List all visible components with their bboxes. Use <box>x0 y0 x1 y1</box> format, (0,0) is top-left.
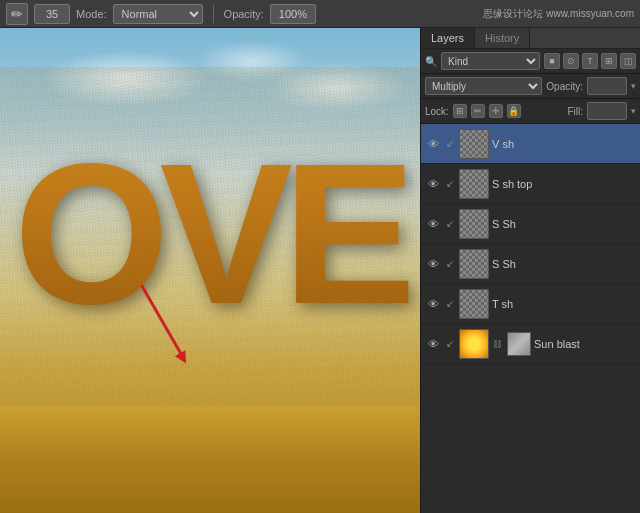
layer-thumbnail <box>459 129 489 159</box>
layer-link-icon: ↙ <box>444 338 456 350</box>
layers-list: 👁 ↙ V sh 👁 ↙ S sh top 👁 ↙ S Sh � <box>421 124 640 513</box>
layer-name: T sh <box>492 298 636 310</box>
layer-thumbnail <box>459 249 489 279</box>
layer-visibility-icon[interactable]: 👁 <box>425 336 441 352</box>
main-area: OVE Layers History 🔍 Kind ■ ⊙ T ⊞ ◫ <box>0 28 640 513</box>
blend-opacity-row: Multiply Opacity: 100% ▾ <box>421 74 640 99</box>
layer-thumbnail-image <box>459 329 489 359</box>
fill-input[interactable]: 100% <box>587 102 627 120</box>
lock-label: Lock: <box>425 106 449 117</box>
layer-visibility-icon[interactable]: 👁 <box>425 296 441 312</box>
lock-all-icon[interactable]: 🔒 <box>507 104 521 118</box>
layer-thumbnail <box>459 209 489 239</box>
layer-link-icon: ↙ <box>444 258 456 270</box>
fill-label: Fill: <box>567 106 583 117</box>
layer-thumbnail <box>459 289 489 319</box>
filter-icons: ■ ⊙ T ⊞ ◫ <box>544 53 636 69</box>
layer-row[interactable]: 👁 ↙ T sh <box>421 284 640 324</box>
lock-transparency-icon[interactable]: ⊞ <box>453 104 467 118</box>
layer-name: V sh <box>492 138 636 150</box>
kind-dropdown[interactable]: Kind <box>441 52 540 70</box>
layer-row[interactable]: 👁 ↙ ⛓ Sun blast <box>421 324 640 364</box>
canvas-area[interactable]: OVE <box>0 28 420 513</box>
opacity-label: Opacity: <box>224 8 264 20</box>
fill-arrow[interactable]: ▾ <box>631 106 636 116</box>
lock-paint-icon[interactable]: ✏ <box>471 104 485 118</box>
layer-row[interactable]: 👁 ↙ S Sh <box>421 244 640 284</box>
opacity-input[interactable]: 100% <box>270 4 316 24</box>
mode-label: Mode: <box>76 8 107 20</box>
layer-row[interactable]: 👁 ↙ V sh <box>421 124 640 164</box>
layer-name: S Sh <box>492 258 636 270</box>
layer-link-icon: ↙ <box>444 178 456 190</box>
layer-name: S Sh <box>492 218 636 230</box>
opacity-arrow[interactable]: ▾ <box>631 81 636 91</box>
layer-chain-icon: ⛓ <box>492 336 502 352</box>
brand-text: 思缘设计论坛 www.missyuan.com <box>483 7 634 21</box>
mode-dropdown[interactable]: Normal <box>113 4 203 24</box>
filter-type-icon[interactable]: T <box>582 53 598 69</box>
top-toolbar: ✏ 35 Mode: Normal Opacity: 100% 思缘设计论坛 w… <box>0 0 640 28</box>
layer-name: Sun blast <box>534 338 636 350</box>
layer-link-icon: ↙ <box>444 218 456 230</box>
opacity-row-input[interactable]: 100% <box>587 77 627 95</box>
layer-visibility-icon[interactable]: 👁 <box>425 136 441 152</box>
layer-visibility-icon[interactable]: 👁 <box>425 176 441 192</box>
hay-letters: OVE <box>0 52 420 416</box>
blend-mode-dropdown[interactable]: Multiply <box>425 77 542 95</box>
filter-pixel-icon[interactable]: ■ <box>544 53 560 69</box>
layers-filter-row: 🔍 Kind ■ ⊙ T ⊞ ◫ <box>421 49 640 74</box>
tab-layers[interactable]: Layers <box>421 28 475 48</box>
layer-row[interactable]: 👁 ↙ S Sh <box>421 204 640 244</box>
layer-link-icon: ↙ <box>444 138 456 150</box>
brush-tool-icon[interactable]: ✏ <box>6 3 28 25</box>
tab-history[interactable]: History <box>475 28 530 48</box>
search-icon: 🔍 <box>425 56 437 67</box>
layer-mask-thumbnail <box>507 332 531 356</box>
filter-adjustment-icon[interactable]: ⊙ <box>563 53 579 69</box>
panel-tabs: Layers History <box>421 28 640 49</box>
filter-smart-icon[interactable]: ◫ <box>620 53 636 69</box>
separator <box>213 5 214 23</box>
layer-visibility-icon[interactable]: 👁 <box>425 256 441 272</box>
layer-visibility-icon[interactable]: 👁 <box>425 216 441 232</box>
lock-move-icon[interactable]: ✛ <box>489 104 503 118</box>
opacity-row-label: Opacity: <box>546 81 583 92</box>
layer-row[interactable]: 👁 ↙ S sh top <box>421 164 640 204</box>
layers-panel: Layers History 🔍 Kind ■ ⊙ T ⊞ ◫ Multiply… <box>420 28 640 513</box>
ground-area <box>0 406 420 513</box>
layer-thumbnail <box>459 169 489 199</box>
filter-shape-icon[interactable]: ⊞ <box>601 53 617 69</box>
layer-name: S sh top <box>492 178 636 190</box>
brush-size-input[interactable]: 35 <box>34 4 70 24</box>
lock-fill-row: Lock: ⊞ ✏ ✛ 🔒 Fill: 100% ▾ <box>421 99 640 124</box>
layer-link-icon: ↙ <box>444 298 456 310</box>
